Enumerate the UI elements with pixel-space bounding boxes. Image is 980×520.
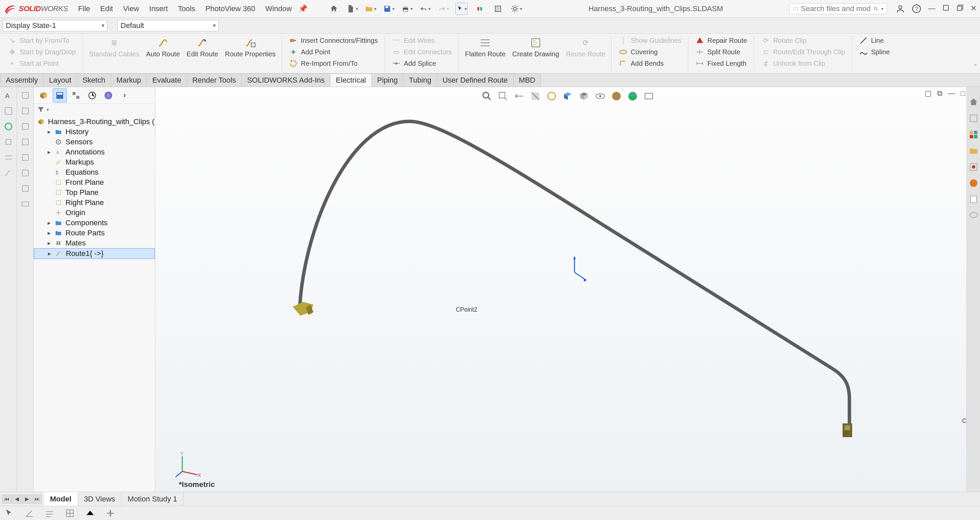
tree-origin[interactable]: Origin bbox=[34, 208, 155, 218]
menu-tools[interactable]: Tools bbox=[178, 5, 195, 13]
taskpane-resources-icon[interactable] bbox=[969, 113, 978, 124]
rail-icon[interactable] bbox=[20, 152, 30, 163]
add-splice-button[interactable]: Add Splice bbox=[391, 59, 452, 68]
rail-icon[interactable] bbox=[3, 152, 13, 163]
panel-tab-dimxpert-icon[interactable] bbox=[85, 88, 99, 103]
repair-route-button[interactable]: Repair Route bbox=[695, 36, 747, 45]
reimport-fromto-button[interactable]: Re-Import From/To bbox=[289, 59, 378, 68]
tab-nav-next-icon[interactable]: ▶ bbox=[22, 495, 32, 504]
bottom-tab-3dviews[interactable]: 3D Views bbox=[78, 492, 122, 506]
tab-layout[interactable]: Layout bbox=[43, 73, 77, 87]
new-icon[interactable] bbox=[346, 3, 358, 15]
status-angle-icon[interactable] bbox=[24, 508, 35, 518]
select-pointer-icon[interactable] bbox=[455, 3, 468, 15]
menu-photoview360[interactable]: PhotoView 360 bbox=[205, 5, 255, 13]
tree-equations[interactable]: ΣEquations bbox=[34, 167, 155, 178]
taskpane-file-explorer-icon[interactable] bbox=[969, 146, 978, 156]
add-point-button[interactable]: Add Point bbox=[289, 47, 378, 57]
home-icon[interactable] bbox=[328, 3, 340, 15]
panel-tab-display-icon[interactable] bbox=[101, 88, 115, 103]
bottom-tab-motion-study[interactable]: Motion Study 1 bbox=[121, 492, 184, 506]
rail-icon[interactable] bbox=[20, 137, 30, 147]
tab-nav-first-icon[interactable]: ⏮ bbox=[2, 495, 11, 504]
tab-addins[interactable]: SOLIDWORKS Add-Ins bbox=[241, 73, 331, 87]
create-drawing-button[interactable]: Create Drawing bbox=[512, 35, 559, 58]
tab-tubing[interactable]: Tubing bbox=[403, 73, 437, 87]
taskpane-view-palette-icon[interactable] bbox=[969, 162, 978, 172]
fixed-length-button[interactable]: Fixed Length bbox=[695, 59, 747, 68]
search-input[interactable] bbox=[801, 5, 870, 13]
add-bends-button[interactable]: Add Bends bbox=[619, 59, 681, 68]
start-by-fromto-button[interactable]: ↘Start by From/To bbox=[8, 36, 76, 45]
tab-assembly[interactable]: Assembly bbox=[0, 73, 43, 87]
edit-wires-button[interactable]: 〰Edit Wires bbox=[391, 36, 452, 45]
rebuild-icon[interactable] bbox=[474, 3, 486, 15]
menu-edit[interactable]: Edit bbox=[100, 5, 113, 13]
reuse-route-button[interactable]: ⟳Reuse Route bbox=[566, 35, 605, 58]
start-at-point-button[interactable]: •Start at Point bbox=[8, 59, 76, 68]
tree-mates[interactable]: ▸Mates bbox=[34, 238, 155, 248]
rail-icon[interactable] bbox=[20, 121, 30, 132]
filter-icon[interactable] bbox=[37, 105, 45, 114]
search-box[interactable]: ▾ bbox=[789, 3, 887, 14]
tree-route-parts[interactable]: ▸Route Parts bbox=[34, 228, 155, 238]
panel-tab-config-icon[interactable] bbox=[69, 88, 83, 103]
panel-more-icon[interactable]: › bbox=[118, 88, 132, 103]
graphics-viewport[interactable]: ▢ ⧉ — □ ✕ bbox=[155, 87, 980, 491]
tab-piping[interactable]: Piping bbox=[371, 73, 403, 87]
status-grid-icon[interactable] bbox=[65, 508, 75, 518]
route-properties-button[interactable]: Route Properties bbox=[225, 35, 275, 58]
search-dropdown-icon[interactable]: ▾ bbox=[881, 6, 883, 11]
rail-icon[interactable] bbox=[3, 137, 13, 147]
tree-route1[interactable]: ▸Route1{ ->} bbox=[34, 248, 155, 259]
save-icon[interactable] bbox=[382, 3, 395, 15]
rail-icon[interactable] bbox=[20, 168, 30, 178]
panel-tab-property-icon[interactable] bbox=[52, 88, 67, 103]
taskpane-custom-props-icon[interactable] bbox=[969, 194, 978, 205]
tab-mbd[interactable]: MBD bbox=[513, 73, 541, 87]
rail-icon[interactable] bbox=[20, 106, 30, 116]
edit-connectors-button[interactable]: ▭Edit Connectors bbox=[391, 47, 452, 57]
tab-nav-last-icon[interactable]: ⏭ bbox=[32, 495, 42, 504]
menu-insert[interactable]: Insert bbox=[149, 5, 168, 13]
start-by-dragdrop-button[interactable]: ✥Start by Drag/Drop bbox=[8, 47, 76, 57]
help-icon[interactable]: ? bbox=[912, 4, 921, 13]
covering-button[interactable]: Covering bbox=[619, 47, 681, 57]
rail-icon[interactable] bbox=[3, 106, 13, 116]
tab-render-tools[interactable]: Render Tools bbox=[187, 73, 242, 87]
tree-markups[interactable]: Markups bbox=[34, 157, 155, 167]
search-icon[interactable] bbox=[873, 5, 878, 12]
rail-icon[interactable]: A bbox=[3, 90, 13, 100]
rail-icon[interactable] bbox=[3, 168, 13, 178]
print-icon[interactable] bbox=[401, 3, 413, 15]
line-tool-button[interactable]: Line bbox=[859, 36, 890, 45]
restore-icon[interactable] bbox=[942, 4, 950, 13]
user-account-icon[interactable] bbox=[896, 4, 905, 13]
collapse-ribbon-icon[interactable]: ˇ bbox=[974, 63, 977, 72]
rail-icon[interactable] bbox=[20, 184, 30, 193]
minimize-icon[interactable]: — bbox=[928, 4, 935, 13]
tree-root[interactable]: Harness_3-Routing_with_Clips (Default bbox=[34, 117, 155, 127]
redo-icon[interactable] bbox=[437, 3, 449, 15]
panel-tab-assembly-icon[interactable] bbox=[37, 88, 51, 103]
menu-window[interactable]: Window bbox=[265, 5, 292, 13]
status-lines-icon[interactable] bbox=[45, 508, 55, 518]
taskpane-appearances-icon[interactable] bbox=[969, 178, 978, 188]
tab-evaluate[interactable]: Evaluate bbox=[146, 73, 187, 87]
edit-route-button[interactable]: Edit Route bbox=[187, 35, 218, 58]
pin-menu-icon[interactable]: 📌 bbox=[298, 5, 307, 13]
taskpane-forum-icon[interactable] bbox=[969, 211, 978, 220]
rail-icon[interactable] bbox=[20, 199, 30, 209]
status-plane-icon[interactable] bbox=[85, 508, 95, 518]
menu-file[interactable]: File bbox=[78, 5, 90, 13]
rail-icon[interactable] bbox=[20, 90, 30, 100]
status-origin-icon[interactable] bbox=[105, 508, 115, 518]
tree-annotations[interactable]: ▸AAnnotations bbox=[34, 147, 155, 157]
tab-electrical[interactable]: Electrical bbox=[330, 73, 372, 87]
undo-icon[interactable] bbox=[419, 3, 431, 15]
unhook-from-clip-button[interactable]: ⊄Unhook from Clip bbox=[761, 59, 845, 68]
tree-components[interactable]: ▸Components bbox=[34, 218, 155, 228]
tree-top-plane[interactable]: Top Plane bbox=[34, 187, 155, 198]
file-properties-icon[interactable] bbox=[492, 3, 504, 15]
taskpane-design-library-icon[interactable] bbox=[969, 130, 978, 140]
